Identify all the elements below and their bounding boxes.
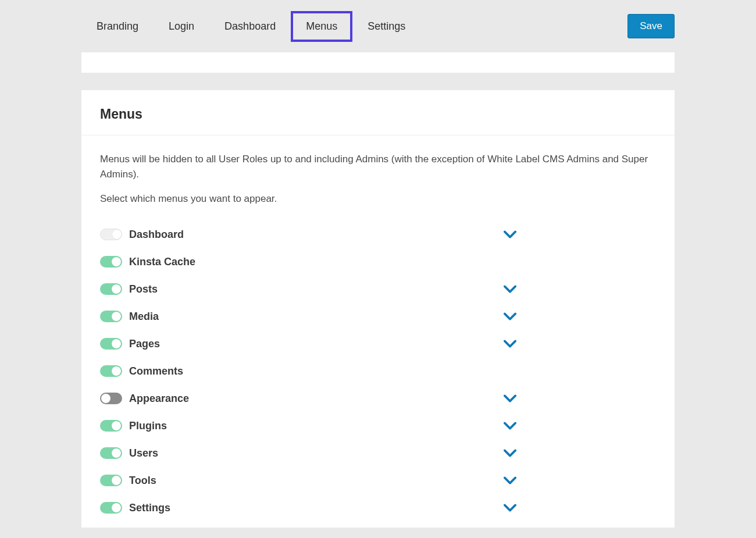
toggle-pages[interactable] xyxy=(100,338,122,350)
chevron-down-icon[interactable] xyxy=(504,337,516,350)
tab-menus[interactable]: Menus xyxy=(291,11,352,42)
menu-row: Dashboard xyxy=(100,221,656,248)
menu-row: Posts xyxy=(100,276,656,303)
toggle-knob xyxy=(101,394,110,403)
toggle-posts[interactable] xyxy=(100,283,122,295)
spacer xyxy=(81,52,675,73)
tab-login[interactable]: Login xyxy=(154,11,209,42)
menu-row: Tools xyxy=(100,467,656,494)
toggle-knob xyxy=(112,366,121,376)
menu-row: Comments xyxy=(100,358,656,385)
toggle-settings[interactable] xyxy=(100,502,122,514)
menu-row: Kinsta Cache xyxy=(100,248,656,276)
panel-title: Menus xyxy=(100,106,656,122)
menu-row: Media xyxy=(100,303,656,330)
chevron-down-icon[interactable] xyxy=(504,419,516,432)
toggle-knob xyxy=(112,476,121,485)
menu-label: Appearance xyxy=(129,393,189,405)
panel-select-text: Select which menus you want to appear. xyxy=(100,193,656,205)
menu-label: Plugins xyxy=(129,420,167,432)
chevron-down-icon[interactable] xyxy=(504,474,516,487)
save-button[interactable]: Save xyxy=(627,14,675,38)
toggle-dashboard[interactable] xyxy=(100,229,122,240)
menu-list: DashboardKinsta CachePostsMediaPagesComm… xyxy=(100,221,656,522)
toggle-knob xyxy=(112,421,121,430)
menu-label: Settings xyxy=(129,502,170,514)
menu-row: Appearance xyxy=(100,385,656,412)
toggle-knob xyxy=(112,503,121,512)
menu-row: Settings xyxy=(100,494,656,522)
menus-panel: Menus Menus will be hidden to all User R… xyxy=(81,90,675,528)
menu-label: Users xyxy=(129,447,158,459)
panel-header: Menus xyxy=(81,90,675,136)
toggle-knob xyxy=(112,339,121,348)
menu-row: Plugins xyxy=(100,412,656,440)
chevron-down-icon[interactable] xyxy=(504,228,516,241)
toggle-comments[interactable] xyxy=(100,365,122,377)
toggle-plugins[interactable] xyxy=(100,420,122,432)
nav-tabs: Branding Login Dashboard Menus Settings xyxy=(81,11,420,42)
chevron-down-icon[interactable] xyxy=(504,310,516,323)
tab-settings[interactable]: Settings xyxy=(352,11,420,42)
toggle-appearance[interactable] xyxy=(100,393,122,404)
menu-label: Media xyxy=(129,311,159,323)
menu-row: Pages xyxy=(100,330,656,358)
menu-label: Pages xyxy=(129,338,160,350)
menu-label: Comments xyxy=(129,365,183,377)
chevron-down-icon[interactable] xyxy=(504,392,516,405)
chevron-down-icon[interactable] xyxy=(504,447,516,459)
panel-body: Menus will be hidden to all User Roles u… xyxy=(81,136,675,528)
toggle-knob xyxy=(112,448,121,458)
toggle-media[interactable] xyxy=(100,311,122,322)
toggle-tools[interactable] xyxy=(100,475,122,486)
menu-label: Tools xyxy=(129,475,156,487)
menu-label: Dashboard xyxy=(129,229,184,241)
chevron-down-icon[interactable] xyxy=(504,283,516,295)
tab-branding[interactable]: Branding xyxy=(81,11,154,42)
chevron-down-icon[interactable] xyxy=(504,501,516,514)
menu-label: Kinsta Cache xyxy=(129,256,195,268)
menu-label: Posts xyxy=(129,283,158,295)
toggle-knob xyxy=(112,230,122,239)
panel-description: Menus will be hidden to all User Roles u… xyxy=(100,152,656,183)
tab-dashboard[interactable]: Dashboard xyxy=(209,11,291,42)
menu-row: Users xyxy=(100,440,656,467)
toggle-knob xyxy=(112,312,121,321)
header-bar: Branding Login Dashboard Menus Settings … xyxy=(0,0,756,52)
toggle-kinsta-cache[interactable] xyxy=(100,256,122,268)
toggle-knob xyxy=(112,257,121,266)
toggle-users[interactable] xyxy=(100,447,122,459)
toggle-knob xyxy=(112,284,121,294)
